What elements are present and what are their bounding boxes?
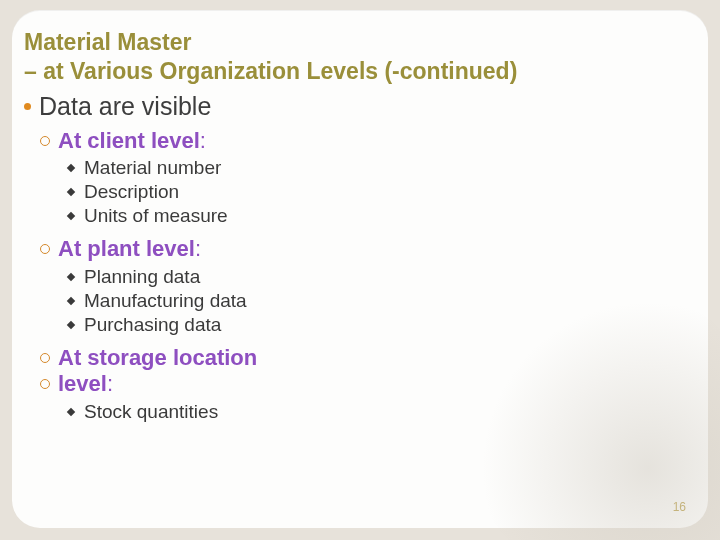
ring-bullet-icon (40, 353, 50, 363)
section-heading-tail: : (195, 236, 201, 261)
section-heading-bold: level (58, 371, 107, 396)
top-bullet-text: Data are visible (39, 92, 211, 121)
slide-card: Material Master – at Various Organizatio… (12, 10, 708, 528)
list-item: Units of measure (68, 205, 682, 227)
section-plant: At plant level: Planning data Manufactur… (40, 235, 682, 336)
list-item: Description (68, 181, 682, 203)
list-item: Purchasing data (68, 314, 682, 336)
diamond-bullet-icon (67, 320, 75, 328)
section-heading-row: level: (40, 370, 682, 399)
section-heading-tail: : (107, 371, 113, 396)
diamond-bullet-icon (67, 408, 75, 416)
section-heading-bold: At storage location (58, 345, 257, 370)
title-line-2: – at Various Organization Levels (-conti… (24, 58, 517, 84)
section-heading: At client level: (58, 127, 206, 156)
item-text: Purchasing data (84, 314, 221, 336)
item-text: Material number (84, 157, 221, 179)
page-number: 16 (673, 500, 686, 514)
section-heading-bold: At plant level (58, 236, 195, 261)
diamond-bullet-icon (67, 296, 75, 304)
diamond-bullet-icon (67, 188, 75, 196)
section-heading-row: At plant level: (40, 235, 682, 264)
diamond-bullet-icon (67, 164, 75, 172)
item-text: Description (84, 181, 179, 203)
ring-bullet-icon (40, 244, 50, 254)
section-items: Stock quantities (68, 401, 682, 423)
ring-bullet-icon (40, 379, 50, 389)
section-heading: level: (58, 370, 113, 399)
diamond-bullet-icon (67, 212, 75, 220)
bullet-dot-icon (24, 103, 31, 110)
title-line-1: Material Master (24, 29, 191, 55)
section-heading-bold: At client level (58, 128, 200, 153)
list-item: Manufacturing data (68, 290, 682, 312)
section-heading: At plant level: (58, 235, 201, 264)
top-bullet-row: Data are visible (24, 92, 682, 121)
section-heading-row: At storage location (40, 344, 682, 373)
section-heading: At storage location (58, 344, 257, 373)
item-text: Manufacturing data (84, 290, 247, 312)
list-item: Material number (68, 157, 682, 179)
section-heading-tail: : (200, 128, 206, 153)
item-text: Stock quantities (84, 401, 218, 423)
diamond-bullet-icon (67, 272, 75, 280)
section-client: At client level: Material number Descrip… (40, 127, 682, 228)
list-item: Planning data (68, 266, 682, 288)
section-storage: At storage location level: Stock quantit… (40, 344, 682, 423)
section-heading-row: At client level: (40, 127, 682, 156)
section-items: Planning data Manufacturing data Purchas… (68, 266, 682, 336)
section-items: Material number Description Units of mea… (68, 157, 682, 227)
ring-bullet-icon (40, 136, 50, 146)
item-text: Units of measure (84, 205, 228, 227)
slide-title: Material Master – at Various Organizatio… (24, 28, 682, 86)
list-item: Stock quantities (68, 401, 682, 423)
item-text: Planning data (84, 266, 200, 288)
